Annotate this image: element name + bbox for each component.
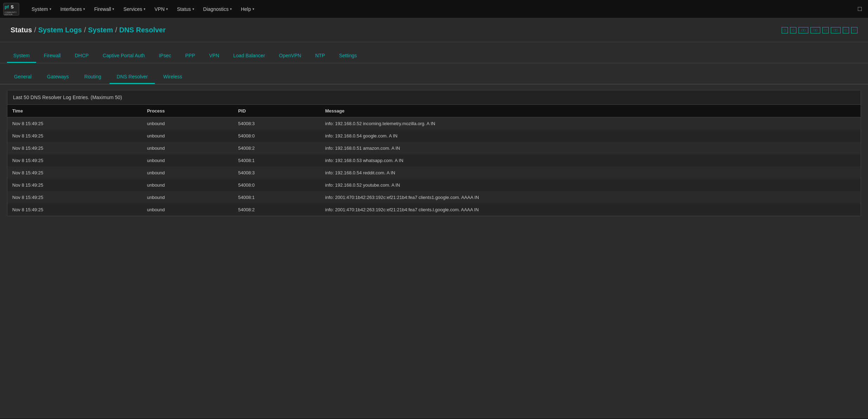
tab-vpn[interactable]: VPN xyxy=(203,49,225,63)
nav-help[interactable]: Help ▾ xyxy=(237,4,258,15)
tab-gateways[interactable]: Gateways xyxy=(40,70,76,84)
tab-ppp[interactable]: PPP xyxy=(179,49,201,63)
breadcrumb-system-logs[interactable]: System Logs xyxy=(38,26,82,34)
nav-menu: System ▾ Interfaces ▾ Firewall ▾ Service… xyxy=(27,3,865,15)
table-row: Nov 8 15:49:25unbound54008:2info: 192.16… xyxy=(7,142,861,154)
nav-system[interactable]: System ▾ xyxy=(27,4,55,15)
breadcrumb-system[interactable]: System xyxy=(88,26,113,34)
layout-icon-4[interactable]: □□ xyxy=(810,27,820,33)
breadcrumb-icons: □ □ □□ □□ □ □□ □ □ xyxy=(782,27,857,33)
layout-icon-8[interactable]: □ xyxy=(851,27,857,33)
breadcrumb-area: Status / System Logs / System / DNS Reso… xyxy=(0,18,868,42)
tab-routing[interactable]: Routing xyxy=(77,70,108,84)
breadcrumb-sep2: / xyxy=(84,26,86,34)
nav-vpn[interactable]: VPN ▾ xyxy=(150,4,172,15)
cell-message: info: 2001:470:1b42:263:192c:ef21:21b4:f… xyxy=(320,204,861,216)
table-row: Nov 8 15:49:25unbound54008:2info: 2001:4… xyxy=(7,204,861,216)
svg-text:COMMUNITY: COMMUNITY xyxy=(5,11,17,13)
cell-message: info: 192.168.0.54 reddit.com. A IN xyxy=(320,167,861,179)
table-row: Nov 8 15:49:25unbound54008:3info: 192.16… xyxy=(7,117,861,130)
layout-icon-7[interactable]: □ xyxy=(843,27,849,33)
layout-icon-2[interactable]: □ xyxy=(790,27,796,33)
chevron-down-icon: ▾ xyxy=(230,7,232,11)
cell-time: Nov 8 15:49:25 xyxy=(7,191,142,204)
cell-time: Nov 8 15:49:25 xyxy=(7,179,142,191)
svg-text:EDITION: EDITION xyxy=(5,13,12,15)
cell-pid: 54008:3 xyxy=(233,167,320,179)
cell-process: unbound xyxy=(142,117,234,130)
tabs-level1: System Firewall DHCP Captive Portal Auth… xyxy=(0,42,868,63)
cell-message: info: 192.168.0.53 whatsapp.com. A IN xyxy=(320,154,861,167)
cell-time: Nov 8 15:49:25 xyxy=(7,167,142,179)
cell-process: unbound xyxy=(142,191,234,204)
nav-status[interactable]: Status ▾ xyxy=(173,4,198,15)
tab-firewall[interactable]: Firewall xyxy=(38,49,67,63)
tab-captive-portal-auth[interactable]: Captive Portal Auth xyxy=(97,49,151,63)
tab-general[interactable]: General xyxy=(7,70,39,84)
cell-pid: 54008:3 xyxy=(233,117,320,130)
col-pid: PID xyxy=(233,105,320,117)
svg-text:pf: pf xyxy=(5,5,9,9)
nav-firewall[interactable]: Firewall ▾ xyxy=(90,4,118,15)
breadcrumb-sep3: / xyxy=(115,26,117,34)
col-time: Time xyxy=(7,105,142,117)
tab-ntp[interactable]: NTP xyxy=(309,49,331,63)
breadcrumb-status: Status xyxy=(11,26,32,34)
cell-pid: 54008:1 xyxy=(233,154,320,167)
tab-system[interactable]: System xyxy=(7,49,36,63)
nav-interfaces[interactable]: Interfaces ▾ xyxy=(56,4,89,15)
cell-pid: 54008:2 xyxy=(233,142,320,154)
navbar: pf S COMMUNITY EDITION System ▾ Interfac… xyxy=(0,0,868,18)
breadcrumb: Status / System Logs / System / DNS Reso… xyxy=(11,26,166,34)
cell-pid: 54008:2 xyxy=(233,204,320,216)
table-row: Nov 8 15:49:25unbound54008:1info: 192.16… xyxy=(7,154,861,167)
chevron-down-icon: ▾ xyxy=(252,7,254,11)
layout-icon-6[interactable]: □□ xyxy=(831,27,841,33)
tab-openvpn[interactable]: OpenVPN xyxy=(273,49,308,63)
tab-dns-resolver[interactable]: DNS Resolver xyxy=(110,70,155,84)
tabs-level2: General Gateways Routing DNS Resolver Wi… xyxy=(0,63,868,84)
log-table-body: Nov 8 15:49:25unbound54008:3info: 192.16… xyxy=(7,117,861,216)
col-process: Process xyxy=(142,105,234,117)
layout-icon-3[interactable]: □□ xyxy=(798,27,808,33)
cell-pid: 54008:0 xyxy=(233,179,320,191)
cell-process: unbound xyxy=(142,154,234,167)
cell-message: info: 192.168.0.51 amazon.com. A IN xyxy=(320,142,861,154)
cell-process: unbound xyxy=(142,179,234,191)
layout-icon-5[interactable]: □ xyxy=(822,27,829,33)
cell-time: Nov 8 15:49:25 xyxy=(7,204,142,216)
cell-time: Nov 8 15:49:25 xyxy=(7,117,142,130)
breadcrumb-dns-resolver[interactable]: DNS Resolver xyxy=(119,26,165,34)
tab-dhcp[interactable]: DHCP xyxy=(68,49,95,63)
col-message: Message xyxy=(320,105,861,117)
tab-settings[interactable]: Settings xyxy=(333,49,363,63)
chevron-down-icon: ▾ xyxy=(83,7,85,11)
layout-icon-1[interactable]: □ xyxy=(782,27,788,33)
cell-message: info: 192.168.0.52 incoming.telemetry.mo… xyxy=(320,117,861,130)
tab-wireless[interactable]: Wireless xyxy=(156,70,189,84)
brand-logo-area: pf S COMMUNITY EDITION xyxy=(3,2,22,16)
cell-pid: 54008:0 xyxy=(233,130,320,142)
chevron-down-icon: ▾ xyxy=(192,7,194,11)
cell-message: info: 192.168.0.54 google.com. A IN xyxy=(320,130,861,142)
table-row: Nov 8 15:49:25unbound54008:0info: 192.16… xyxy=(7,130,861,142)
cell-time: Nov 8 15:49:25 xyxy=(7,130,142,142)
log-table: Time Process PID Message Nov 8 15:49:25u… xyxy=(7,105,861,216)
tab-ipsec[interactable]: IPsec xyxy=(152,49,177,63)
cell-message: info: 192.168.0.52 youtube.com. A IN xyxy=(320,179,861,191)
chevron-down-icon: ▾ xyxy=(112,7,114,11)
window-button[interactable]: □ xyxy=(854,3,865,15)
log-table-header: Time Process PID Message xyxy=(7,105,861,117)
svg-text:S: S xyxy=(11,5,13,9)
table-row: Nov 8 15:49:25unbound54008:0info: 192.16… xyxy=(7,179,861,191)
chevron-down-icon: ▾ xyxy=(166,7,168,11)
tab-load-balancer[interactable]: Load Balancer xyxy=(227,49,271,63)
cell-process: unbound xyxy=(142,130,234,142)
cell-process: unbound xyxy=(142,204,234,216)
cell-process: unbound xyxy=(142,167,234,179)
main-content: System Firewall DHCP Captive Portal Auth… xyxy=(0,42,868,418)
table-row: Nov 8 15:49:25unbound54008:3info: 192.16… xyxy=(7,167,861,179)
nav-diagnostics[interactable]: Diagnostics ▾ xyxy=(199,4,236,15)
chevron-down-icon: ▾ xyxy=(50,7,51,11)
nav-services[interactable]: Services ▾ xyxy=(119,4,150,15)
